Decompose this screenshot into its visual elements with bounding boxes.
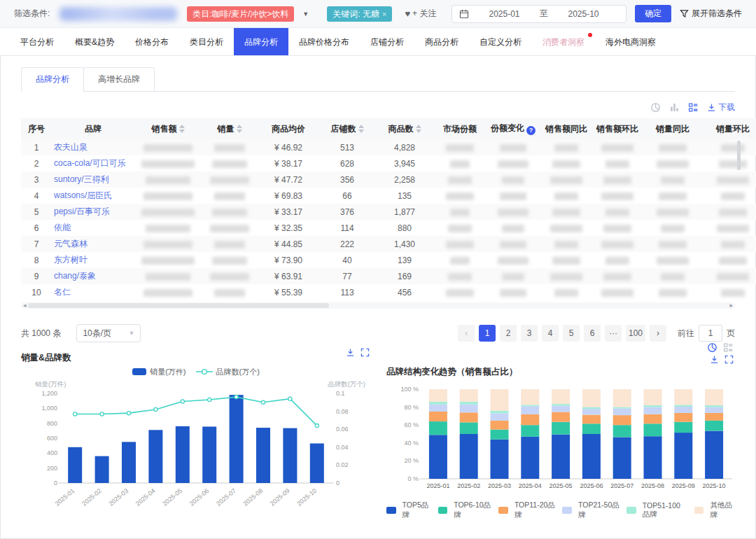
page-button-6[interactable]: 6 xyxy=(584,325,601,342)
table-row: 10名仁¥ 55.39113456 xyxy=(21,284,756,300)
nav-tab-3[interactable]: 类目分析 xyxy=(179,28,234,55)
masked-value xyxy=(603,273,631,281)
nav-tab-1[interactable]: 概要&趋势 xyxy=(64,28,125,55)
pie-view-icon[interactable] xyxy=(707,342,718,353)
page-ellipsis[interactable]: ··· xyxy=(605,325,622,342)
legend-item[interactable]: 品牌数(万个) xyxy=(196,367,260,377)
legend-item[interactable]: TOP6-10品牌 xyxy=(438,500,492,520)
goto-page-input[interactable] xyxy=(699,325,722,342)
legend-item[interactable]: 销量(万件) xyxy=(132,367,186,377)
masked-value xyxy=(659,192,687,200)
page-button-3[interactable]: 3 xyxy=(521,325,538,342)
col-header-volume_yoy: 销量同比 xyxy=(643,118,703,139)
fullscreen-icon[interactable] xyxy=(724,355,734,364)
horizontal-scrollbar[interactable]: ◂ ▸ xyxy=(21,302,735,309)
confirm-button[interactable]: 确定 xyxy=(635,5,671,22)
brand-link[interactable]: 依能 xyxy=(54,223,71,232)
page-size-select[interactable]: 10条/页▼ xyxy=(76,324,141,342)
col-header-volume[interactable]: 销量 xyxy=(202,118,258,139)
fullscreen-icon[interactable] xyxy=(360,348,370,357)
legend-item[interactable]: TOP21-50品牌 xyxy=(562,500,620,520)
cell-volume xyxy=(202,155,258,172)
cell-shops: 628 xyxy=(319,155,375,172)
legend-item[interactable]: TOP5品牌 xyxy=(386,500,431,520)
nav-tab-2[interactable]: 价格分布 xyxy=(125,28,179,55)
pie-chart-icon[interactable] xyxy=(650,102,661,113)
col-header-shops[interactable]: 店铺数 xyxy=(319,118,375,139)
chart-download-icon[interactable] xyxy=(346,348,355,357)
sub-tab-1[interactable]: 高增长品牌 xyxy=(83,67,155,91)
brand-link[interactable]: coca-cola/可口可乐 xyxy=(54,158,126,168)
masked-value xyxy=(212,160,247,168)
bar-chart-icon[interactable] xyxy=(669,102,680,113)
col-header-products[interactable]: 商品数 xyxy=(375,118,434,139)
nav-tab-6[interactable]: 店铺分析 xyxy=(360,28,414,55)
masked-value xyxy=(659,241,687,248)
expand-filters-button[interactable]: 展开筛选条件 xyxy=(680,8,742,20)
date-end[interactable]: 2025-10 xyxy=(568,9,598,19)
masked-value xyxy=(214,241,245,248)
sub-tab-0[interactable]: 品牌分析 xyxy=(21,67,84,92)
cell-volume_mom xyxy=(703,155,756,172)
sort-icon[interactable] xyxy=(179,125,185,133)
masked-value xyxy=(212,257,247,265)
calendar-icon xyxy=(459,9,469,19)
close-icon[interactable]: × xyxy=(382,10,386,18)
cell-share xyxy=(434,236,486,252)
next-page-button[interactable]: › xyxy=(650,325,666,342)
cell-shops: 77 xyxy=(319,268,375,284)
vertical-scrollbar[interactable] xyxy=(737,141,741,170)
page-button-1[interactable]: 1 xyxy=(479,325,496,342)
brand-link[interactable]: 元气森林 xyxy=(54,239,88,248)
svg-text:2025-05: 2025-05 xyxy=(161,487,183,507)
sort-icon[interactable] xyxy=(358,125,364,133)
date-range-picker[interactable]: 2025-01 至 2025-10 xyxy=(451,5,626,23)
date-start[interactable]: 2025-01 xyxy=(489,9,519,19)
page-button-4[interactable]: 4 xyxy=(542,325,559,342)
nav-tab-0[interactable]: 平台分析 xyxy=(10,28,64,55)
category-tag[interactable]: 类目:咖啡/麦片/冲饮>饮料 xyxy=(187,6,294,22)
sort-icon[interactable] xyxy=(237,125,242,133)
svg-text:2025-08: 2025-08 xyxy=(641,482,664,489)
brand-link[interactable]: 农夫山泉 xyxy=(54,142,88,152)
page-button-100[interactable]: 100 xyxy=(626,325,645,342)
page-button-5[interactable]: 5 xyxy=(563,325,580,342)
table-view-icon[interactable] xyxy=(688,102,699,113)
col-header-volume_mom: 销量环比 xyxy=(703,118,756,139)
masked-value xyxy=(498,160,528,168)
nav-tab-4[interactable]: 品牌分析 xyxy=(234,28,288,55)
brand-link[interactable]: watsons/屈臣氏 xyxy=(54,190,112,200)
nav-tab-7[interactable]: 商品分析 xyxy=(414,28,469,55)
col-header-sales[interactable]: 销售额 xyxy=(134,118,202,139)
table-view-icon[interactable] xyxy=(723,342,734,353)
nav-tab-10[interactable]: 海外电商洞察 xyxy=(595,28,666,55)
nav-tab-5[interactable]: 品牌价格分布 xyxy=(288,28,360,55)
masked-value xyxy=(500,192,526,200)
brand-link[interactable]: suntory/三得利 xyxy=(54,174,109,184)
masked-value xyxy=(552,257,580,265)
download-button[interactable]: 下载 xyxy=(707,102,735,113)
scroll-left-icon[interactable]: ◂ xyxy=(23,302,27,309)
chart-download-icon[interactable] xyxy=(710,355,719,364)
legend-item[interactable]: TOP51-100品牌 xyxy=(626,501,687,519)
brand-link[interactable]: 名仁 xyxy=(54,287,71,297)
nav-tab-8[interactable]: 自定义分析 xyxy=(469,28,532,55)
page-button-2[interactable]: 2 xyxy=(500,325,517,342)
cell-avg_price: ¥ 33.17 xyxy=(258,204,319,220)
cell-share_change xyxy=(486,172,540,188)
legend-item[interactable]: 其他品牌 xyxy=(694,500,735,520)
sort-icon[interactable] xyxy=(416,125,421,133)
brand-link[interactable]: pepsi/百事可乐 xyxy=(54,206,110,216)
brand-link[interactable]: chang/泰象 xyxy=(54,271,96,281)
scroll-right-icon[interactable]: ▸ xyxy=(729,302,733,309)
category-caret-icon[interactable]: ▼ xyxy=(300,9,312,19)
follow-button[interactable]: ♥ + 关注 xyxy=(405,8,436,20)
keyword-tag[interactable]: 关键词: 无糖× xyxy=(327,6,392,22)
cell-volume xyxy=(202,172,258,188)
brand-link[interactable]: 东方树叶 xyxy=(54,255,88,265)
nav-tab-9[interactable]: 消费者洞察 xyxy=(532,28,595,55)
legend-item[interactable]: TOP11-20品牌 xyxy=(498,500,555,520)
prev-page-button[interactable]: ‹ xyxy=(458,325,475,342)
masked-value xyxy=(719,160,747,168)
info-icon[interactable]: ? xyxy=(526,126,536,135)
